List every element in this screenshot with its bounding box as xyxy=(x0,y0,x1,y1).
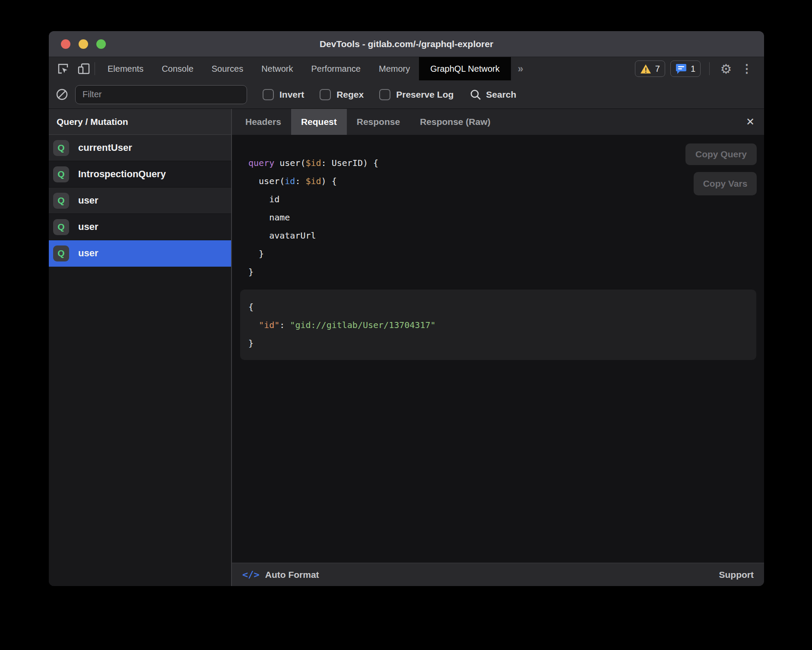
query-type-badge: Q xyxy=(53,166,69,182)
search-label: Search xyxy=(486,89,516,100)
filter-bar: Invert Regex Preserve Log Search xyxy=(49,80,764,109)
more-options-icon[interactable]: ⋮ xyxy=(739,61,755,76)
query-row-label: currentUser xyxy=(78,142,132,153)
warning-icon xyxy=(640,64,651,74)
copy-vars-button[interactable]: Copy Vars xyxy=(694,172,757,195)
devtools-toolbar: Elements Console Sources Network Perform… xyxy=(49,57,764,80)
query-row-label: user xyxy=(78,195,98,206)
warnings-badge[interactable]: 7 xyxy=(635,61,665,77)
query-list-title: Query / Mutation xyxy=(49,109,231,135)
query-list-empty-area xyxy=(49,267,231,586)
tab-elements[interactable]: Elements xyxy=(98,57,152,80)
invert-checkbox[interactable] xyxy=(263,89,274,100)
tab-response[interactable]: Response xyxy=(347,109,410,135)
tab-console[interactable]: Console xyxy=(152,57,202,80)
query-row-user-1[interactable]: Q user xyxy=(49,188,231,214)
copy-query-button[interactable]: Copy Query xyxy=(685,143,757,165)
request-content: query user($id: UserID) { user(id: $id) … xyxy=(232,135,764,563)
preserve-log-label: Preserve Log xyxy=(396,89,454,100)
query-list-panel: Query / Mutation Q currentUser Q Introsp… xyxy=(49,109,231,586)
tab-graphql-network[interactable]: GraphQL Network xyxy=(419,57,511,80)
variables-json-box: { "id": "gid://gitlab/User/13704317"} xyxy=(240,290,756,360)
tab-request[interactable]: Request xyxy=(291,109,347,135)
auto-format-button[interactable]: </> Auto Format xyxy=(242,569,319,580)
search-button[interactable]: Search xyxy=(470,89,516,100)
tab-performance[interactable]: Performance xyxy=(302,57,370,80)
tab-network[interactable]: Network xyxy=(252,57,302,80)
toolbar-separator xyxy=(709,62,710,75)
regex-label: Regex xyxy=(336,89,364,100)
support-link[interactable]: Support xyxy=(719,570,754,580)
filter-input[interactable] xyxy=(75,85,247,104)
close-detail-icon[interactable]: ✕ xyxy=(736,109,764,135)
graphql-query-code: query user($id: UserID) { user(id: $id) … xyxy=(232,135,764,281)
regex-checkbox[interactable] xyxy=(320,89,331,100)
preserve-log-checkbox[interactable] xyxy=(379,89,390,100)
window-title: DevTools - gitlab.com/-/graphql-explorer xyxy=(49,39,764,49)
tab-response-raw[interactable]: Response (Raw) xyxy=(410,109,500,135)
warning-count: 7 xyxy=(655,64,660,74)
query-type-badge: Q xyxy=(53,245,69,261)
query-type-badge: Q xyxy=(53,219,69,235)
invert-label: Invert xyxy=(279,89,304,100)
query-type-badge: Q xyxy=(53,193,69,209)
more-tabs-icon[interactable]: » xyxy=(511,57,530,80)
invert-checkbox-group[interactable]: Invert xyxy=(263,89,304,100)
message-icon xyxy=(676,64,687,74)
query-row-currentUser[interactable]: Q currentUser xyxy=(49,135,231,161)
tab-headers[interactable]: Headers xyxy=(235,109,291,135)
query-row-user-2[interactable]: Q user xyxy=(49,214,231,240)
query-row-user-selected[interactable]: Q user xyxy=(49,240,231,267)
request-detail-panel: Headers Request Response Response (Raw) … xyxy=(232,109,764,586)
issues-badge[interactable]: 1 xyxy=(670,61,701,77)
message-count: 1 xyxy=(691,64,695,74)
query-row-introspectionQuery[interactable]: Q IntrospectionQuery xyxy=(49,161,231,188)
device-toolbar-icon[interactable] xyxy=(76,61,91,76)
auto-format-label: Auto Format xyxy=(265,570,319,580)
tab-memory[interactable]: Memory xyxy=(370,57,419,80)
clear-filter-icon[interactable] xyxy=(56,89,68,100)
code-brackets-icon: </> xyxy=(242,569,260,580)
search-icon xyxy=(470,89,481,100)
detail-tab-bar: Headers Request Response Response (Raw) … xyxy=(232,109,764,135)
preserve-log-checkbox-group[interactable]: Preserve Log xyxy=(379,89,454,100)
query-row-label: IntrospectionQuery xyxy=(78,169,166,180)
regex-checkbox-group[interactable]: Regex xyxy=(320,89,364,100)
query-row-label: user xyxy=(78,221,98,233)
title-bar[interactable]: DevTools - gitlab.com/-/graphql-explorer xyxy=(49,31,764,57)
toolbar-separator xyxy=(95,62,95,75)
settings-gear-icon[interactable]: ⚙ xyxy=(718,61,734,76)
inspect-element-icon[interactable] xyxy=(56,61,70,76)
query-type-badge: Q xyxy=(53,140,69,156)
query-row-label: user xyxy=(78,248,98,259)
devtools-window: DevTools - gitlab.com/-/graphql-explorer… xyxy=(49,31,764,586)
tab-sources[interactable]: Sources xyxy=(203,57,252,80)
detail-footer: </> Auto Format Support xyxy=(232,563,764,586)
